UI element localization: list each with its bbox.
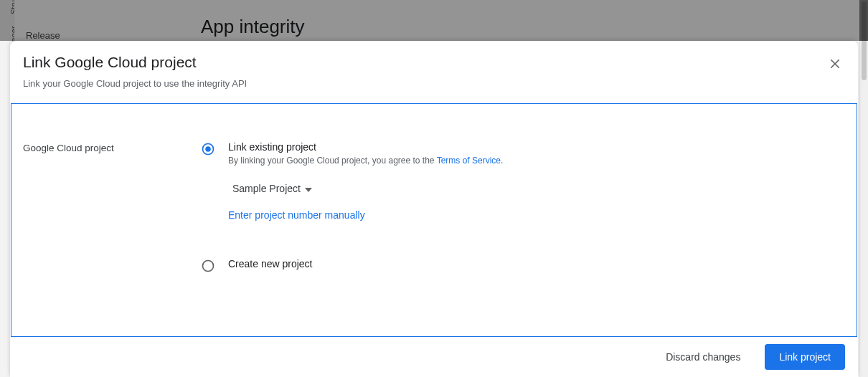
close-button[interactable] (822, 51, 848, 77)
bg-scrollbar (859, 0, 868, 377)
option-create-new[interactable]: Create new project (201, 258, 839, 273)
radio-selected-icon (201, 142, 215, 156)
section-label: Google Cloud project (23, 141, 201, 153)
option-body: Link existing project By linking your Go… (228, 141, 503, 166)
dialog-form: Google Cloud project Link existing proje… (11, 103, 857, 337)
option-description: By linking your Google Cloud project, yo… (228, 156, 503, 166)
project-select-dropdown[interactable]: Sample Project (232, 183, 312, 194)
option-body: Create new project (228, 258, 313, 269)
option-label: Create new project (228, 258, 313, 269)
close-icon (829, 57, 841, 70)
selected-project-name: Sample Project (232, 183, 301, 194)
link-project-dialog: Link Google Cloud project Link your Goog… (10, 41, 858, 377)
svg-point-3 (205, 146, 211, 152)
modal-scrim (0, 0, 868, 41)
dialog-footer: Discard changes Link project (10, 337, 858, 377)
options-group: Link existing project By linking your Go… (201, 141, 839, 276)
modal-scrim (859, 0, 868, 41)
dialog-title: Link Google Cloud project (23, 54, 841, 71)
option-link-existing[interactable]: Link existing project By linking your Go… (201, 141, 839, 166)
option-label: Link existing project (228, 141, 503, 153)
dialog-subtitle: Link your Google Cloud project to use th… (23, 78, 841, 89)
link-project-button[interactable]: Link project (765, 344, 845, 370)
radio-unselected-icon (201, 259, 215, 273)
desc-prefix: By linking your Google Cloud project, yo… (228, 156, 437, 166)
svg-point-4 (203, 261, 214, 272)
enter-project-number-link[interactable]: Enter project number manually (228, 209, 839, 221)
discard-changes-button[interactable]: Discard changes (651, 344, 755, 370)
desc-suffix: . (501, 156, 503, 166)
chevron-down-icon (305, 183, 312, 194)
terms-of-service-link[interactable]: Terms of Service (437, 156, 501, 166)
dialog-header: Link Google Cloud project Link your Goog… (10, 41, 858, 93)
